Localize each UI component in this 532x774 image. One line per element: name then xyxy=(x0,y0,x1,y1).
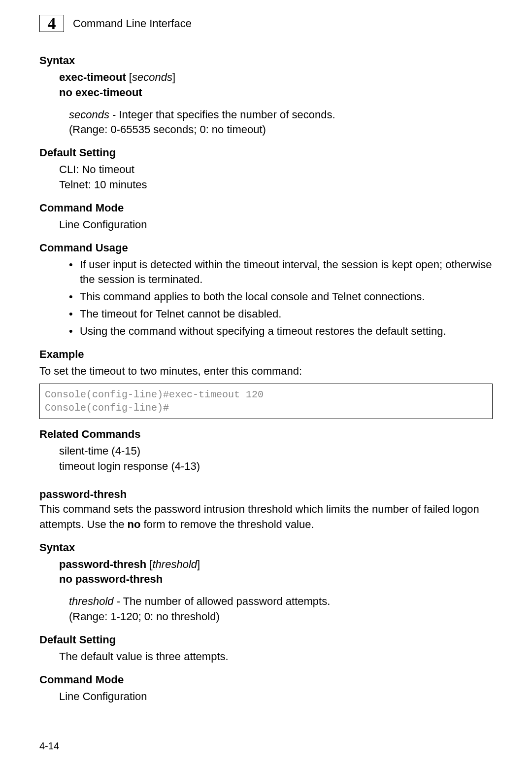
example-heading: Example xyxy=(39,348,493,361)
default-value-2: Telnet: 10 minutes xyxy=(59,177,493,193)
command-description: This command sets the password intrusion… xyxy=(39,502,493,532)
command-title: password-thresh xyxy=(39,488,493,501)
syntax-line-2: no exec-timeout xyxy=(59,85,493,101)
related-commands-heading: Related Commands xyxy=(39,428,493,441)
param-range-2: (Range: 1-120; 0: no threshold) xyxy=(69,609,493,625)
page-title: Command Line Interface xyxy=(73,17,192,30)
page-header: 4 Command Line Interface xyxy=(39,15,493,32)
related-command-2: timeout login response (4-13) xyxy=(59,459,493,474)
syntax-cmd: password-thresh xyxy=(59,558,146,570)
bracket-open: [ xyxy=(146,558,152,570)
syntax-cmd: exec-timeout xyxy=(59,71,126,83)
related-command-1: silent-time (4-15) xyxy=(59,444,493,459)
chapter-icon: 4 xyxy=(39,15,64,32)
desc-bold: no xyxy=(128,518,141,530)
list-item: The timeout for Telnet cannot be disable… xyxy=(69,307,493,322)
syntax-param: threshold xyxy=(153,558,198,570)
command-usage-heading: Command Usage xyxy=(39,242,493,254)
syntax-heading-2: Syntax xyxy=(39,541,493,554)
command-mode-heading: Command Mode xyxy=(39,202,493,214)
code-block: Console(config-line)#exec-timeout 120 Co… xyxy=(39,384,493,419)
param-desc-text: - The number of allowed password attempt… xyxy=(114,595,331,607)
command-mode-value: Line Configuration xyxy=(59,217,493,233)
example-description: To set the timeout to two minutes, enter… xyxy=(39,364,493,379)
param-range: (Range: 0-65535 seconds; 0: no timeout) xyxy=(69,122,493,138)
param-name: threshold xyxy=(69,595,114,607)
default-setting-heading: Default Setting xyxy=(39,146,493,159)
list-item: This command applies to both the local c… xyxy=(69,289,493,305)
default-value: The default value is three attempts. xyxy=(59,649,493,665)
list-item: If user input is detected within the tim… xyxy=(69,257,493,288)
command-mode-value-2: Line Configuration xyxy=(59,689,493,704)
syntax-line-1b: password-thresh [threshold] xyxy=(59,557,493,572)
chapter-number: 4 xyxy=(48,14,56,33)
param-description-2: threshold - The number of allowed passwo… xyxy=(69,594,493,609)
syntax-heading: Syntax xyxy=(39,54,493,67)
list-item: Using the command without specifying a t… xyxy=(69,324,493,339)
page-number: 4-14 xyxy=(39,740,59,752)
bracket-open: [ xyxy=(126,71,132,83)
command-mode-heading-2: Command Mode xyxy=(39,673,493,686)
param-desc-text: - Integer that specifies the number of s… xyxy=(109,108,335,121)
param-description: seconds - Integer that specifies the num… xyxy=(69,107,493,123)
param-name: seconds xyxy=(69,108,109,121)
syntax-line-1: exec-timeout [seconds] xyxy=(59,70,493,85)
default-setting-heading-2: Default Setting xyxy=(39,633,493,646)
desc-part-2: form to remove the threshold value. xyxy=(140,518,314,530)
bracket-close: ] xyxy=(197,558,200,570)
default-value-1: CLI: No timeout xyxy=(59,162,493,177)
usage-list: If user input is detected within the tim… xyxy=(69,257,493,339)
bracket-close: ] xyxy=(172,71,175,83)
syntax-param: seconds xyxy=(132,71,172,83)
syntax-line-2b: no password-thresh xyxy=(59,572,493,587)
